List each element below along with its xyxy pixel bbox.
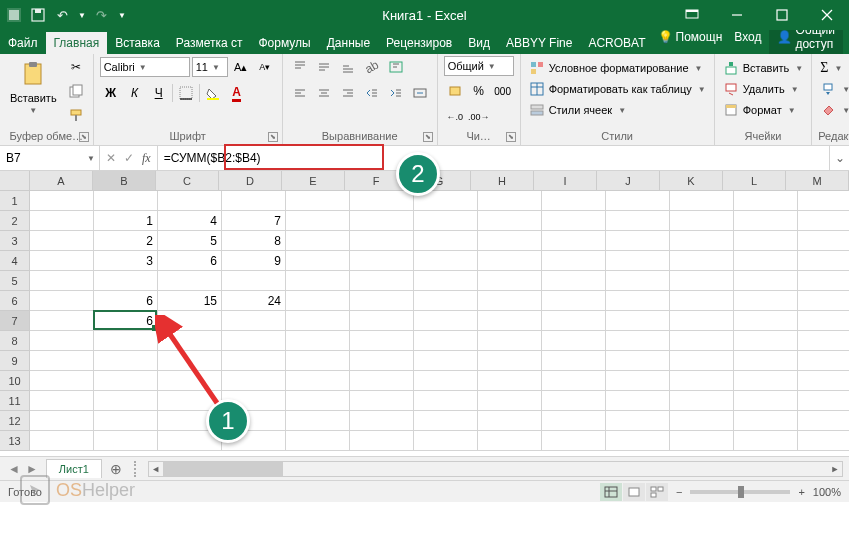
cell[interactable]: [158, 371, 222, 391]
cell[interactable]: 1: [94, 211, 158, 231]
cell[interactable]: [478, 311, 542, 331]
cancel-formula-button[interactable]: ✕: [106, 151, 116, 165]
cell[interactable]: [158, 351, 222, 371]
cell[interactable]: [606, 231, 670, 251]
cell[interactable]: [542, 271, 606, 291]
format-as-table-button[interactable]: Форматировать как таблицу▼: [527, 80, 708, 98]
align-bottom-button[interactable]: [337, 56, 359, 78]
format-cells-button[interactable]: Формат▼: [721, 101, 798, 119]
row-header[interactable]: 12: [0, 411, 30, 431]
cell[interactable]: [350, 211, 414, 231]
cell[interactable]: [350, 231, 414, 251]
cell[interactable]: [286, 191, 350, 211]
cell[interactable]: 9: [222, 251, 286, 271]
row-header[interactable]: 3: [0, 231, 30, 251]
italic-button[interactable]: К: [124, 82, 146, 104]
merge-button[interactable]: [409, 82, 431, 104]
cell[interactable]: [350, 351, 414, 371]
cell[interactable]: [94, 351, 158, 371]
column-header[interactable]: D: [219, 171, 282, 191]
cell[interactable]: [670, 331, 734, 351]
column-header[interactable]: B: [93, 171, 156, 191]
zoom-out-button[interactable]: −: [676, 486, 682, 498]
cell[interactable]: [158, 331, 222, 351]
cell[interactable]: [606, 271, 670, 291]
cell[interactable]: [414, 211, 478, 231]
tab-insert[interactable]: Вставка: [107, 32, 168, 54]
decrease-decimal-button[interactable]: .00→: [468, 106, 490, 128]
cell[interactable]: [734, 391, 798, 411]
undo-icon[interactable]: ↶: [54, 7, 70, 23]
row-header[interactable]: 7: [0, 311, 30, 331]
column-header[interactable]: C: [156, 171, 219, 191]
cell[interactable]: [478, 251, 542, 271]
cell[interactable]: [734, 351, 798, 371]
cell[interactable]: [222, 331, 286, 351]
redo-icon[interactable]: ↷: [94, 7, 110, 23]
row-header[interactable]: 9: [0, 351, 30, 371]
cell[interactable]: [414, 371, 478, 391]
enter-formula-button[interactable]: ✓: [124, 151, 134, 165]
font-name-combo[interactable]: Calibri▼: [100, 57, 190, 77]
conditional-formatting-button[interactable]: Условное форматирование▼: [527, 59, 705, 77]
page-layout-view-button[interactable]: [623, 483, 645, 501]
align-center-button[interactable]: [313, 82, 335, 104]
cell[interactable]: [670, 291, 734, 311]
tell-me-button[interactable]: 💡Помощн: [654, 28, 727, 46]
align-right-button[interactable]: [337, 82, 359, 104]
column-header[interactable]: I: [534, 171, 597, 191]
cell[interactable]: [414, 431, 478, 451]
cell[interactable]: [798, 391, 849, 411]
cell[interactable]: [30, 431, 94, 451]
scroll-right-button[interactable]: ►: [828, 462, 842, 476]
page-break-view-button[interactable]: [646, 483, 668, 501]
cell[interactable]: [670, 431, 734, 451]
fx-button[interactable]: fx: [142, 151, 151, 166]
cell[interactable]: [798, 431, 849, 451]
cell[interactable]: [350, 431, 414, 451]
cell[interactable]: [158, 311, 222, 331]
cell[interactable]: [798, 211, 849, 231]
cell[interactable]: [286, 251, 350, 271]
column-header[interactable]: M: [786, 171, 849, 191]
cell[interactable]: [606, 411, 670, 431]
cell[interactable]: [30, 251, 94, 271]
cell[interactable]: 4: [158, 211, 222, 231]
font-color-button[interactable]: A: [226, 82, 248, 104]
cell[interactable]: [478, 351, 542, 371]
cell[interactable]: [478, 391, 542, 411]
cut-button[interactable]: ✂: [65, 56, 87, 78]
row-header[interactable]: 6: [0, 291, 30, 311]
cell[interactable]: [30, 231, 94, 251]
column-header[interactable]: K: [660, 171, 723, 191]
cell[interactable]: [670, 351, 734, 371]
cell[interactable]: [542, 311, 606, 331]
cell[interactable]: [734, 191, 798, 211]
cell[interactable]: [414, 351, 478, 371]
cell[interactable]: 6: [94, 291, 158, 311]
cell[interactable]: [286, 211, 350, 231]
save-icon[interactable]: [30, 7, 46, 23]
cell[interactable]: [478, 371, 542, 391]
cell[interactable]: [478, 211, 542, 231]
cell[interactable]: [94, 411, 158, 431]
cell[interactable]: [30, 311, 94, 331]
cell[interactable]: 2: [94, 231, 158, 251]
dialog-launcher-icon[interactable]: ⬊: [268, 132, 278, 142]
fill-color-button[interactable]: [202, 82, 224, 104]
cell[interactable]: 8: [222, 231, 286, 251]
currency-button[interactable]: [444, 80, 466, 102]
cell[interactable]: [222, 351, 286, 371]
cell[interactable]: [606, 351, 670, 371]
cell[interactable]: [478, 271, 542, 291]
row-header[interactable]: 1: [0, 191, 30, 211]
cell[interactable]: [734, 231, 798, 251]
cell[interactable]: [30, 211, 94, 231]
clear-button[interactable]: ▼: [818, 101, 849, 119]
cell[interactable]: [734, 291, 798, 311]
sheet-prev-button[interactable]: ◄: [8, 462, 20, 476]
sign-in-button[interactable]: Вход: [730, 28, 765, 46]
cell[interactable]: [478, 431, 542, 451]
row-header[interactable]: 10: [0, 371, 30, 391]
insert-cells-button[interactable]: Вставить▼: [721, 59, 806, 77]
